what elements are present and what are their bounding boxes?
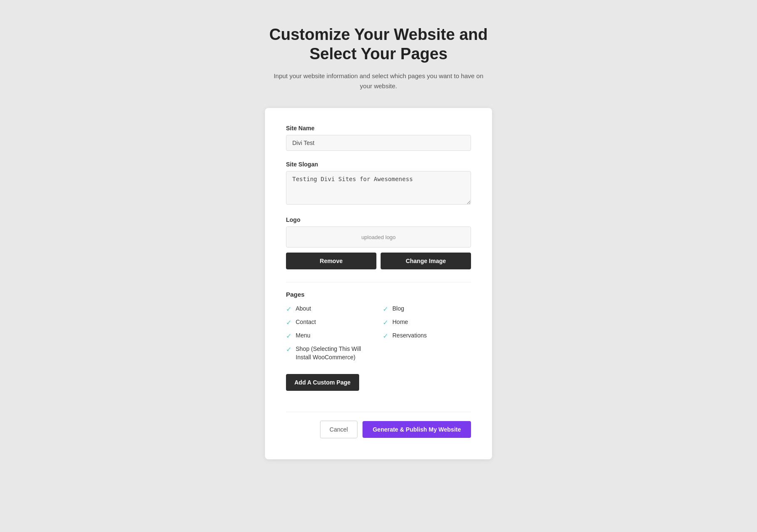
site-name-label: Site Name — [286, 125, 471, 132]
site-name-group: Site Name — [286, 125, 471, 151]
page-subtitle: Input your website information and selec… — [273, 71, 484, 91]
page-about-label: About — [296, 305, 311, 313]
generate-publish-button[interactable]: Generate & Publish My Website — [363, 421, 471, 438]
logo-placeholder-text: uploaded logo — [361, 234, 396, 240]
site-slogan-input[interactable] — [286, 171, 471, 205]
logo-group: Logo uploaded logo Remove Change Image — [286, 216, 471, 269]
pages-section: Pages ✓ About ✓ Contact ✓ Menu ✓ Shop — [286, 291, 471, 403]
check-icon-menu: ✓ — [286, 332, 291, 340]
cancel-button[interactable]: Cancel — [320, 421, 358, 438]
page-menu-label: Menu — [296, 332, 310, 340]
site-slogan-group: Site Slogan — [286, 161, 471, 206]
divider-2 — [286, 412, 471, 412]
list-item: ✓ About — [286, 305, 374, 313]
list-item: ✓ Shop (Selecting This Will Install WooC… — [286, 345, 374, 361]
form-actions: Cancel Generate & Publish My Website — [286, 421, 471, 438]
logo-label: Logo — [286, 216, 471, 223]
page-shop-label: Shop (Selecting This Will Install WooCom… — [296, 345, 374, 361]
remove-button[interactable]: Remove — [286, 253, 376, 269]
list-item: ✓ Menu — [286, 332, 374, 340]
site-name-input[interactable] — [286, 135, 471, 151]
logo-preview: uploaded logo — [286, 226, 471, 248]
pages-label: Pages — [286, 291, 471, 298]
check-icon-home: ✓ — [383, 319, 388, 327]
add-custom-page-button[interactable]: Add A Custom Page — [286, 374, 359, 391]
page-reservations-label: Reservations — [392, 332, 427, 340]
list-item: ✓ Blog — [383, 305, 471, 313]
pages-col-right: ✓ Blog ✓ Home ✓ Reservations — [383, 305, 471, 361]
check-icon-contact: ✓ — [286, 319, 291, 327]
site-slogan-label: Site Slogan — [286, 161, 471, 168]
check-icon-blog: ✓ — [383, 305, 388, 313]
logo-buttons: Remove Change Image — [286, 253, 471, 269]
main-card: Site Name Site Slogan Logo uploaded logo… — [265, 108, 492, 459]
check-icon-shop: ✓ — [286, 345, 291, 353]
page-title: Customize Your Website and Select Your P… — [269, 25, 487, 63]
list-item: ✓ Contact — [286, 318, 374, 327]
check-icon-reservations: ✓ — [383, 332, 388, 340]
pages-grid: ✓ About ✓ Contact ✓ Menu ✓ Shop (Selecti… — [286, 305, 471, 361]
list-item: ✓ Reservations — [383, 332, 471, 340]
check-icon-about: ✓ — [286, 305, 291, 313]
divider — [286, 282, 471, 282]
pages-col-left: ✓ About ✓ Contact ✓ Menu ✓ Shop (Selecti… — [286, 305, 374, 361]
page-blog-label: Blog — [392, 305, 404, 313]
list-item: ✓ Home — [383, 318, 471, 327]
page-home-label: Home — [392, 318, 408, 327]
page-contact-label: Contact — [296, 318, 316, 327]
change-image-button[interactable]: Change Image — [381, 253, 471, 269]
